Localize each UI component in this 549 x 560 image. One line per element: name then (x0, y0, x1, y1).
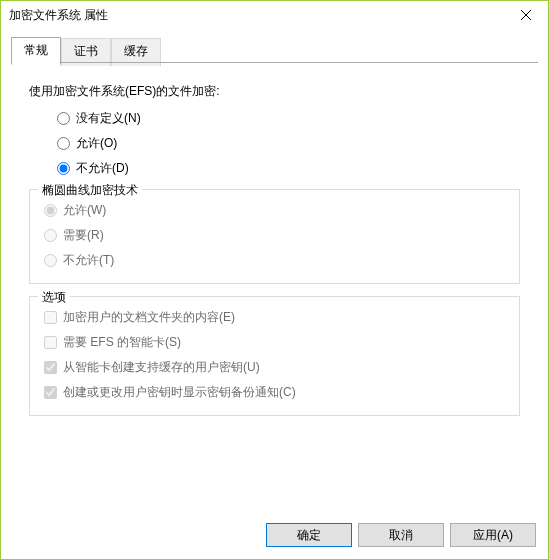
dialog-footer: 确定 取消 应用(A) (266, 523, 536, 547)
check-backup-notification: 创建或更改用户密钥时显示密钥备份通知(C) (44, 384, 505, 401)
checkbox-input (44, 361, 57, 374)
radio-input[interactable] (57, 162, 70, 175)
checkbox-label: 加密用户的文档文件夹的内容(E) (63, 309, 235, 326)
tab-label: 常规 (24, 43, 48, 57)
radio-input[interactable] (57, 112, 70, 125)
radio-ecc-require: 需要(R) (44, 227, 505, 244)
checkbox-label: 需要 EFS 的智能卡(S) (63, 334, 181, 351)
checkbox-label: 创建或更改用户密钥时显示密钥备份通知(C) (63, 384, 296, 401)
checkbox-input (44, 311, 57, 324)
apply-button[interactable]: 应用(A) (450, 523, 536, 547)
check-create-cached-key: 从智能卡创建支持缓存的用户密钥(U) (44, 359, 505, 376)
tab-general[interactable]: 常规 (11, 37, 61, 65)
radio-input[interactable] (57, 137, 70, 150)
checkbox-label: 从智能卡创建支持缓存的用户密钥(U) (63, 359, 260, 376)
cancel-button[interactable]: 取消 (358, 523, 444, 547)
radio-allow[interactable]: 允许(O) (57, 135, 520, 152)
tab-strip: 常规 证书 缓存 (11, 37, 538, 65)
tab-underline (11, 62, 538, 63)
ecc-fieldset: 椭圆曲线加密技术 允许(W) 需要(R) 不允许(T) (29, 189, 520, 284)
radio-ecc-disallow: 不允许(T) (44, 252, 505, 269)
ecc-legend: 椭圆曲线加密技术 (38, 182, 142, 199)
options-legend: 选项 (38, 289, 70, 306)
tab-label: 缓存 (124, 44, 148, 58)
efs-heading: 使用加密文件系统(EFS)的文件加密: (29, 83, 520, 100)
checkbox-input (44, 336, 57, 349)
close-icon (521, 10, 531, 20)
radio-label: 不允许(T) (63, 252, 114, 269)
radio-label: 允许(O) (76, 135, 117, 152)
tab-content: 使用加密文件系统(EFS)的文件加密: 没有定义(N) 允许(O) 不允许(D)… (1, 65, 548, 426)
radio-disallow[interactable]: 不允许(D) (57, 160, 520, 177)
radio-label: 需要(R) (63, 227, 104, 244)
radio-ecc-allow: 允许(W) (44, 202, 505, 219)
options-fieldset: 选项 加密用户的文档文件夹的内容(E) 需要 EFS 的智能卡(S) 从智能卡创… (29, 296, 520, 416)
radio-input (44, 204, 57, 217)
tab-label: 证书 (74, 44, 98, 58)
window-title: 加密文件系统 属性 (9, 1, 108, 24)
radio-label: 允许(W) (63, 202, 106, 219)
check-encrypt-docs: 加密用户的文档文件夹的内容(E) (44, 309, 505, 326)
titlebar: 加密文件系统 属性 (1, 1, 548, 31)
radio-label: 不允许(D) (76, 160, 129, 177)
radio-input (44, 254, 57, 267)
radio-input (44, 229, 57, 242)
ok-button[interactable]: 确定 (266, 523, 352, 547)
radio-not-defined[interactable]: 没有定义(N) (57, 110, 520, 127)
check-require-smartcard: 需要 EFS 的智能卡(S) (44, 334, 505, 351)
checkbox-input (44, 386, 57, 399)
close-button[interactable] (503, 1, 548, 29)
efs-radio-group: 没有定义(N) 允许(O) 不允许(D) (29, 110, 520, 177)
radio-label: 没有定义(N) (76, 110, 141, 127)
